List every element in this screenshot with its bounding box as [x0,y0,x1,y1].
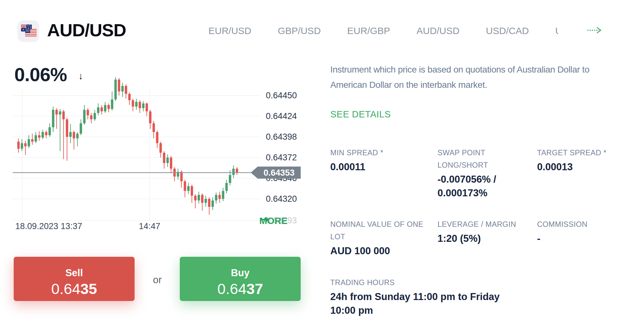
aud-usd-flags-icon [18,20,39,42]
instrument-details: Instrument which price is based on quota… [330,62,626,93]
more-link[interactable]: MORE [259,216,288,226]
see-details-link[interactable]: SEE DETAILS [330,109,391,120]
field-trading-hours: TRADING HOURS 24h from Sunday 11:00 pm t… [330,276,553,317]
time-axis-mid: 14:47 [139,221,160,231]
time-axis-start: 18.09.2023 13:37 [15,221,82,231]
svg-text:0.64353: 0.64353 [263,168,295,178]
or-label: or [144,274,171,286]
nav-item-gbpusd[interactable]: GBP/USD [278,25,321,36]
field-leverage-margin: LEVERAGE / MARGIN 1:20 (5%) [438,218,538,245]
instrument-description: Instrument which price is based on quota… [330,62,626,93]
sell-button[interactable]: Sell 0.6435 [14,257,135,301]
svg-text:0.64450: 0.64450 [266,91,297,100]
buy-button[interactable]: Buy 0.6437 [180,257,301,301]
field-min-spread: MIN SPREAD * 0.00011 [330,147,435,174]
nav-item-audusd[interactable]: AUD/USD [416,25,459,36]
chart-area: 0.644500.644240.643980.643720.643460.643… [13,73,310,233]
candlestick-chart: 0.644500.644240.643980.643720.643460.643… [13,73,310,224]
field-swap-point: SWAP POINT LONG/SHORT -0.007056% / 0.000… [438,147,538,200]
instrument-page: AUD/USD EUR/USD GBP/USD EUR/GBP AUD/USD … [0,0,644,329]
field-target-spread: TARGET SPREAD * 0.00013 [537,147,626,174]
sell-price: 0.6435 [14,280,135,298]
arrow-right-icon[interactable] [586,26,603,36]
pairs-nav: EUR/USD GBP/USD EUR/GBP AUD/USD USD/CAD … [208,25,638,36]
buy-price: 0.6437 [180,280,301,298]
field-nominal-value: NOMINAL VALUE OF ONE LOT AUD 100 000 [330,218,435,258]
svg-text:0.64320: 0.64320 [266,194,297,204]
nav-item-eurusd[interactable]: EUR/USD [208,25,251,36]
time-axis: 18.09.2023 13:37 14:47 [13,221,261,232]
svg-text:0.64424: 0.64424 [266,111,297,121]
sell-label: Sell [14,267,135,279]
nav-item-eurgbp[interactable]: EUR/GBP [347,25,390,36]
svg-text:0.64398: 0.64398 [266,132,297,142]
buy-label: Buy [180,267,301,279]
field-commission: COMMISSION - [537,218,626,245]
nav-item-usdcad[interactable]: USD/CAD [486,25,529,36]
arrow-right-icon [259,216,270,223]
page-title: AUD/USD [47,20,126,40]
nav-item-clipped: USD/CHF [555,25,558,36]
svg-text:0.64372: 0.64372 [266,153,297,162]
